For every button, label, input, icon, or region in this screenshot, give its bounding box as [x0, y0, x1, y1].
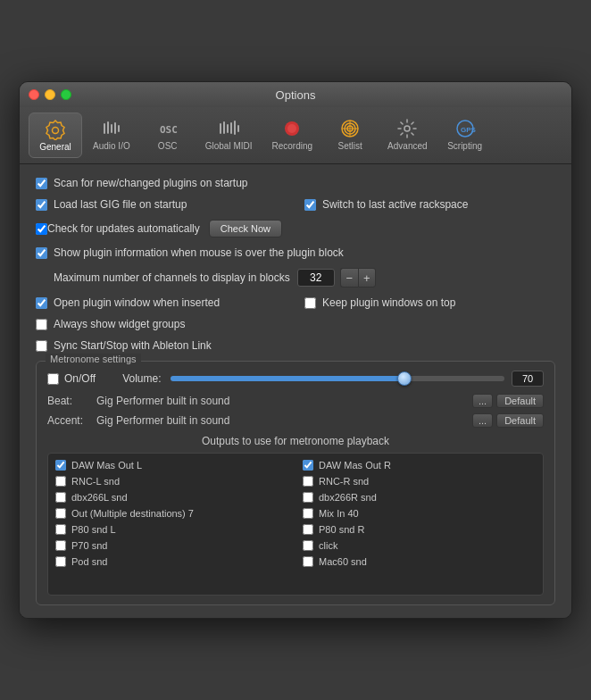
load-last-gig-checkbox[interactable] [36, 199, 47, 211]
keep-plugin-windows-label: Keep plugin windows on top [322, 296, 455, 309]
output-label: Pod snd [71, 556, 107, 567]
channels-label: Maximum number of channels to display in… [54, 271, 290, 284]
svg-text:GPS: GPS [461, 126, 476, 134]
output-checkbox[interactable] [303, 556, 313, 567]
general-icon [45, 119, 66, 140]
tab-audio-io[interactable]: Audio I/O [84, 112, 139, 158]
output-checkbox[interactable] [303, 492, 313, 503]
svg-rect-10 [230, 122, 232, 134]
toolbar: General Audio I/O OSC OSC [20, 107, 571, 164]
output-item: RNC-L snd [48, 473, 296, 489]
output-item: Mix In 40 [296, 505, 543, 521]
output-label: P80 snd L [71, 524, 116, 535]
open-plugin-window-checkbox[interactable] [36, 297, 47, 309]
accent-ellipsis-button[interactable]: ... [472, 413, 493, 428]
load-last-gig-row: Load last GIG file on startup [36, 198, 287, 211]
output-checkbox[interactable] [55, 492, 66, 503]
sync-ableton-checkbox[interactable] [36, 340, 47, 352]
metronome-onoff-checkbox[interactable] [47, 373, 59, 385]
volume-value[interactable]: 70 [512, 371, 544, 387]
check-updates-checkbox[interactable] [36, 223, 47, 235]
output-label: click [319, 540, 337, 551]
svg-point-14 [287, 124, 296, 133]
channels-input[interactable] [297, 269, 335, 287]
tab-osc[interactable]: OSC OSC [141, 112, 195, 158]
minimize-button[interactable] [45, 89, 55, 100]
accent-label: Accent: [47, 414, 96, 427]
output-item: P80 snd L [48, 521, 296, 538]
close-button[interactable] [29, 89, 39, 100]
channels-decrement[interactable]: − [340, 268, 358, 288]
show-plugin-info-checkbox[interactable] [36, 247, 47, 259]
maximize-button[interactable] [61, 89, 71, 100]
scan-plugins-checkbox[interactable] [36, 178, 47, 189]
output-label: Mac60 snd [319, 556, 367, 567]
always-show-widgets-row: Always show widget groups [36, 318, 555, 330]
output-checkbox[interactable] [55, 508, 66, 519]
check-updates-row: Check for updates automatically Check No… [36, 220, 555, 238]
beat-ellipsis-button[interactable]: ... [472, 394, 493, 408]
setlist-icon [339, 118, 361, 139]
sync-ableton-row: Sync Start/Stop with Ableton Link [36, 339, 555, 352]
tab-recording[interactable]: Recording [263, 112, 322, 158]
output-item: RNC-R snd [296, 473, 543, 489]
output-checkbox[interactable] [303, 524, 313, 535]
output-label: RNC-L snd [71, 476, 120, 487]
window-title: Options [276, 88, 316, 102]
always-show-widgets-checkbox[interactable] [36, 319, 47, 330]
output-item: DAW Mas Out L [48, 457, 296, 473]
output-checkbox[interactable] [303, 540, 313, 551]
tab-advanced[interactable]: Advanced [379, 112, 436, 158]
metronome-section: Metronome settings On/Off Volume: 70 Bea… [36, 361, 555, 605]
output-checkbox[interactable] [303, 476, 313, 487]
output-checkbox[interactable] [55, 476, 66, 487]
accent-value: Gig Performer built in sound [96, 414, 472, 427]
tab-setlist-label: Setlist [337, 141, 362, 151]
output-item: dbx266R snd [296, 489, 543, 505]
beat-label: Beat: [47, 395, 96, 407]
outputs-list[interactable]: DAW Mas Out LDAW Mas Out RRNC-L sndRNC-R… [47, 453, 544, 596]
output-checkbox[interactable] [55, 540, 66, 551]
output-checkbox[interactable] [55, 460, 66, 471]
volume-label: Volume: [122, 372, 161, 385]
tab-audio-io-label: Audio I/O [93, 141, 130, 151]
always-show-widgets-label: Always show widget groups [54, 318, 185, 330]
plugin-window-row: Open plugin window when inserted Keep pl… [36, 296, 555, 318]
show-plugin-info-label: Show plugin information when mouse is ov… [54, 246, 344, 259]
beat-default-button[interactable]: Default [496, 394, 544, 408]
show-plugin-info-row: Show plugin information when mouse is ov… [36, 246, 555, 259]
channels-row: Maximum number of channels to display in… [54, 268, 555, 288]
tab-osc-label: OSC [158, 141, 178, 151]
check-now-button[interactable]: Check Now [209, 220, 282, 238]
sync-ableton-label: Sync Start/Stop with Ableton Link [54, 339, 212, 352]
svg-rect-2 [107, 121, 109, 134]
keep-plugin-windows-checkbox[interactable] [304, 297, 316, 309]
tab-scripting[interactable]: GPS Scripting [438, 112, 492, 158]
output-checkbox[interactable] [55, 556, 66, 567]
tab-setlist[interactable]: Setlist [323, 112, 377, 158]
switch-rackspace-row: Switch to last active rackspace [304, 198, 555, 211]
switch-rackspace-checkbox[interactable] [304, 199, 316, 211]
tab-global-midi-label: Global MIDI [205, 141, 253, 151]
global-midi-icon [218, 118, 239, 139]
volume-slider-thumb [397, 371, 412, 386]
accent-row: Accent: Gig Performer built in sound ...… [47, 413, 544, 428]
output-label: P80 snd R [319, 524, 364, 535]
output-item: P70 snd [48, 538, 296, 554]
output-checkbox[interactable] [303, 460, 313, 471]
accent-default-button[interactable]: Default [496, 413, 544, 428]
tab-recording-label: Recording [272, 141, 313, 151]
svg-point-0 [53, 128, 59, 134]
tab-general[interactable]: General [29, 112, 82, 158]
output-checkbox[interactable] [55, 524, 66, 535]
output-item: dbx266L snd [48, 489, 296, 505]
recording-icon [281, 118, 303, 139]
output-checkbox[interactable] [303, 508, 313, 519]
metronome-title: Metronome settings [46, 354, 141, 364]
scan-plugins-row: Scan for new/changed plugins on startup [36, 177, 555, 189]
volume-slider[interactable] [171, 376, 505, 381]
tab-global-midi[interactable]: Global MIDI [196, 112, 262, 158]
beat-row: Beat: Gig Performer built in sound ... D… [47, 394, 544, 408]
output-item: Mac60 snd [296, 554, 543, 570]
channels-increment[interactable]: + [358, 268, 376, 288]
